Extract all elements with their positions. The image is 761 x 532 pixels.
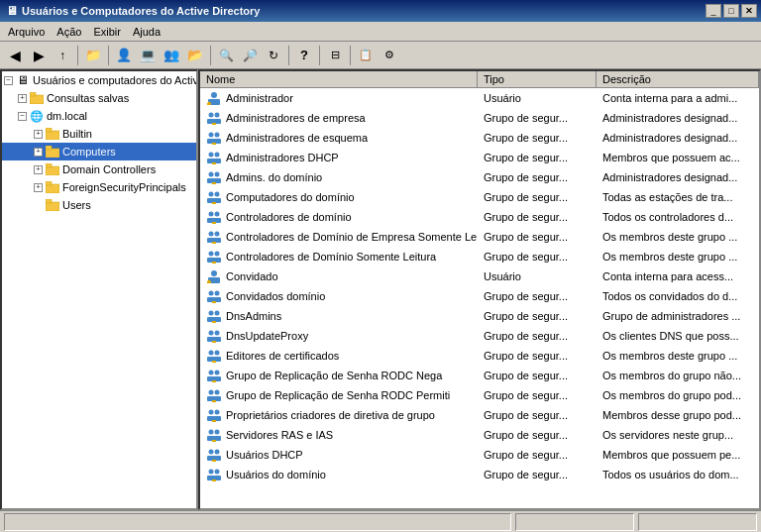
refresh-button[interactable]: ↻ (263, 45, 284, 66)
tree-item-computers[interactable]: + Computers (2, 143, 196, 160)
root-label: Usuários e computadores do Active (33, 74, 196, 86)
separator-5 (319, 46, 320, 65)
col-header-desc[interactable]: Descrição (597, 71, 759, 87)
menu-ajuda[interactable]: Ajuda (127, 24, 166, 40)
svg-point-66 (215, 311, 220, 316)
col-header-name[interactable]: Nome (200, 71, 478, 87)
list-row[interactable]: Proprietários criadores de diretiva de g… (200, 405, 759, 425)
svg-rect-4 (46, 149, 59, 158)
minimize-button[interactable]: _ (706, 4, 721, 18)
list-row[interactable]: Convidados domínio Grupo de segur... Tod… (200, 286, 759, 306)
list-row[interactable]: Controladores de Domínio de Empresa Some… (200, 227, 759, 247)
list-row[interactable]: Admins. do domínio Grupo de segur... Adm… (200, 167, 759, 187)
tree-item-domain-controllers[interactable]: + Domain Controllers (2, 160, 196, 178)
foreign-expand[interactable]: + (34, 183, 43, 192)
svg-point-42 (215, 212, 220, 217)
computers-expand[interactable]: + (34, 148, 43, 157)
group-icon (206, 407, 222, 423)
name-text: Servidores RAS e IAS (226, 429, 333, 441)
list-row[interactable]: Controladores de Domínio Somente Leitura… (200, 247, 759, 266)
svg-rect-7 (46, 163, 52, 167)
name-text: Grupo de Replicação de Senha RODC Nega (226, 370, 442, 381)
menu-arquivo[interactable]: Arquivo (2, 24, 51, 40)
col-header-type[interactable]: Tipo (478, 71, 597, 87)
list-row[interactable]: Convidado Usuário Conta interna para ace… (200, 266, 759, 286)
close-button[interactable]: ✕ (741, 4, 757, 18)
options-button[interactable]: ⚙ (379, 45, 400, 66)
help-button[interactable]: ? (293, 45, 315, 66)
root-expand[interactable]: − (4, 76, 13, 85)
up-button[interactable]: ↑ (52, 45, 73, 66)
maximize-button[interactable]: □ (723, 4, 739, 18)
cell-desc: Membros desse grupo pod... (597, 408, 759, 422)
menu-exibir[interactable]: Exibir (87, 24, 127, 40)
group-button[interactable]: 👥 (161, 45, 182, 66)
folder-button[interactable]: 📁 (82, 45, 104, 66)
tree-item-users[interactable]: Users (2, 196, 196, 214)
svg-point-21 (209, 133, 214, 138)
list-row[interactable]: Controladores de domínio Grupo de segur.… (200, 207, 759, 227)
cell-desc: Os clientes DNS que poss... (597, 329, 759, 343)
separator-3 (210, 46, 211, 65)
list-row[interactable]: Usuários do domínio Grupo de segur... To… (200, 465, 759, 484)
list-row[interactable]: Computadores do domínio Grupo de segur..… (200, 187, 759, 207)
group-icon (206, 189, 222, 205)
find2-button[interactable]: 🔎 (239, 45, 261, 66)
list-row[interactable]: Grupo de Replicação de Senha RODC Permit… (200, 385, 759, 405)
cell-type: Grupo de segur... (478, 309, 597, 323)
builtin-label: Builtin (62, 128, 92, 140)
list-row[interactable]: Administrador Usuário Conta interna para… (200, 88, 759, 108)
title-icon: 🖥 (6, 4, 18, 18)
svg-rect-35 (212, 182, 216, 184)
tree-root[interactable]: − 🖥 Usuários e computadores do Active (2, 71, 196, 89)
tree-item-dm-local[interactable]: − 🌐 dm.local (2, 107, 196, 125)
forward-button[interactable]: ▶ (28, 45, 50, 66)
menu-acao[interactable]: Ação (51, 24, 87, 40)
svg-point-106 (215, 470, 220, 475)
list-row[interactable]: DnsUpdateProxy Grupo de segur... Os clie… (200, 326, 759, 346)
group-icon (206, 110, 222, 126)
list-row[interactable]: Usuários DHCP Grupo de segur... Membros … (200, 445, 759, 465)
list-row[interactable]: Editores de certificados Grupo de segur.… (200, 346, 759, 366)
svg-point-96 (215, 430, 220, 435)
builtin-expand[interactable]: + (34, 130, 43, 139)
ou-button[interactable]: 📂 (184, 45, 206, 66)
dm-local-expand[interactable]: − (18, 112, 27, 121)
svg-point-95 (209, 430, 214, 435)
find-button[interactable]: 🔍 (215, 45, 237, 66)
cell-name: Admins. do domínio (200, 168, 478, 186)
svg-point-52 (215, 252, 220, 257)
list-row[interactable]: Administradores de empresa Grupo de segu… (200, 108, 759, 128)
svg-point-100 (209, 450, 214, 455)
list-row[interactable]: DnsAdmins Grupo de segur... Grupo de adm… (200, 306, 759, 326)
group-icon (206, 368, 222, 383)
list-row[interactable]: Administradores DHCP Grupo de segur... M… (200, 148, 759, 167)
cell-type: Grupo de segur... (478, 448, 597, 462)
list-body[interactable]: Administrador Usuário Conta interna para… (200, 88, 759, 508)
saved-queries-label: Consultas salvas (47, 92, 129, 104)
name-text: Controladores de domínio (226, 211, 352, 223)
user-button[interactable]: 👤 (113, 45, 135, 66)
svg-rect-0 (30, 95, 44, 104)
tree-item-saved-queries[interactable]: + Consultas salvas (2, 89, 196, 107)
saved-queries-expand[interactable]: + (18, 94, 27, 103)
list-row[interactable]: Administradores de esquema Grupo de segu… (200, 128, 759, 148)
cell-type: Grupo de segur... (478, 190, 597, 204)
properties-button[interactable]: 📋 (355, 45, 377, 66)
svg-rect-55 (212, 262, 216, 264)
list-row[interactable]: Servidores RAS e IAS Grupo de segur... O… (200, 425, 759, 445)
list-panel: Nome Tipo Descrição Administrador Usuári… (198, 69, 761, 510)
cell-type: Usuário (478, 91, 597, 105)
svg-point-17 (215, 113, 220, 118)
svg-point-46 (209, 232, 214, 237)
tree-scroll[interactable]: − 🖥 Usuários e computadores do Active + … (2, 71, 196, 508)
tree-item-foreign[interactable]: + ForeignSecurityPrincipals (2, 178, 196, 196)
filter-button[interactable]: ⊟ (324, 45, 346, 66)
group-icon (206, 288, 222, 304)
back-button[interactable]: ◀ (4, 45, 26, 66)
computer-button[interactable]: 💻 (137, 45, 159, 66)
list-row[interactable]: Grupo de Replicação de Senha RODC Nega G… (200, 366, 759, 385)
dc-expand[interactable]: + (34, 165, 43, 174)
cell-name: Servidores RAS e IAS (200, 426, 478, 444)
tree-item-builtin[interactable]: + Builtin (2, 125, 196, 143)
